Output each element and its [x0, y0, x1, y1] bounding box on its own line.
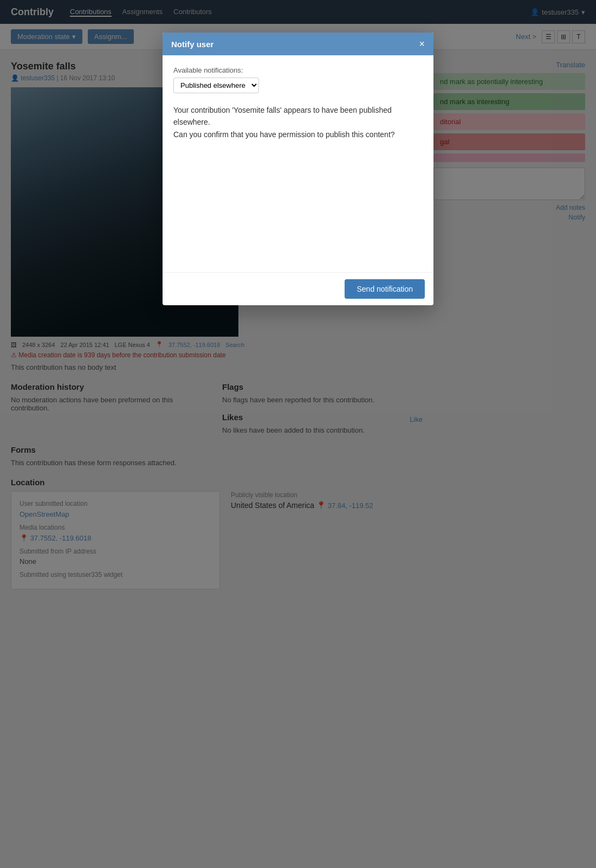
notification-select-wrapper: Published elsewhere	[173, 78, 423, 93]
modal-header: Notify user ×	[163, 33, 433, 55]
modal-message: Your contribution 'Yosemite falls' appea…	[173, 104, 423, 140]
send-notification-button[interactable]: Send notification	[345, 279, 425, 299]
modal-overlay: Notify user × Available notifications: P…	[0, 0, 596, 868]
available-notifications-label: Available notifications:	[173, 66, 423, 74]
notify-modal: Notify user × Available notifications: P…	[163, 33, 433, 305]
modal-body: Available notifications: Published elsew…	[163, 55, 433, 272]
modal-message-line2: Can you confirm that you have permission…	[173, 128, 423, 140]
modal-title: Notify user	[171, 40, 213, 49]
modal-message-line1: Your contribution 'Yosemite falls' appea…	[173, 104, 423, 128]
modal-footer: Send notification	[163, 272, 433, 305]
notification-select[interactable]: Published elsewhere	[173, 78, 259, 93]
modal-close-button[interactable]: ×	[419, 39, 425, 49]
